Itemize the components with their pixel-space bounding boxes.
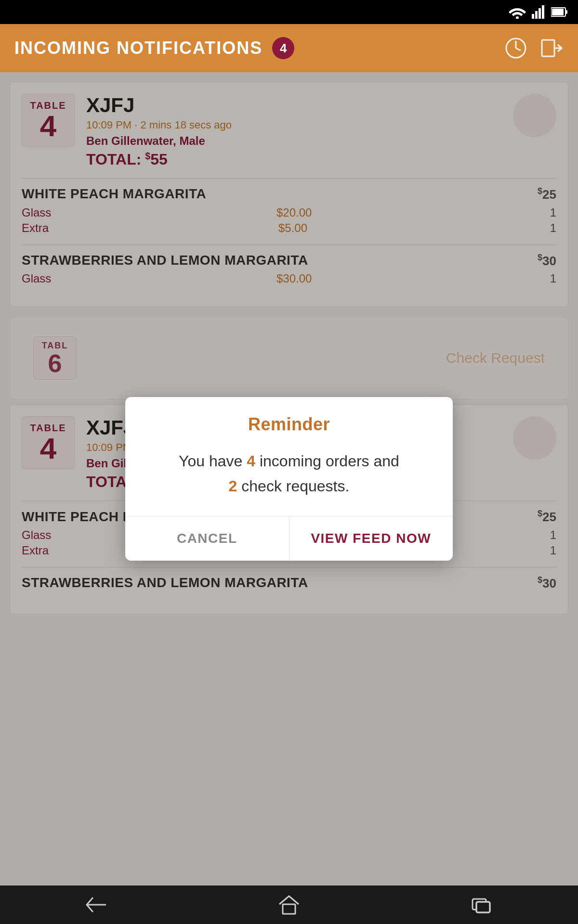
status-bar xyxy=(0,0,578,24)
battery-icon xyxy=(551,7,568,17)
main-content: TABLE 4 XJFJ 10:09 PM · 2 mins 18 secs a… xyxy=(0,72,578,886)
svg-rect-16 xyxy=(476,902,490,912)
wifi-icon xyxy=(509,5,526,19)
svg-rect-6 xyxy=(552,9,564,15)
notification-badge: 4 xyxy=(272,37,294,59)
recent-apps-button[interactable] xyxy=(462,886,501,924)
svg-rect-11 xyxy=(542,40,554,56)
modal-overlay: Reminder You have 4 incoming orders and … xyxy=(0,72,578,886)
clock-icon[interactable] xyxy=(504,36,528,60)
svg-point-0 xyxy=(516,16,519,19)
header-title: INCOMING NOTIFICATIONS xyxy=(14,38,263,58)
modal-body: You have 4 incoming orders and 2 check r… xyxy=(125,444,453,515)
modal-actions: CANCEL VIEW FEED NOW xyxy=(125,516,453,561)
modal-title: Reminder xyxy=(125,397,453,444)
signal-icon xyxy=(532,5,545,19)
svg-line-10 xyxy=(516,48,521,51)
svg-rect-7 xyxy=(565,10,567,14)
back-button[interactable] xyxy=(77,886,116,924)
header-left: INCOMING NOTIFICATIONS 4 xyxy=(14,37,294,59)
svg-rect-1 xyxy=(532,14,534,19)
bottom-nav xyxy=(0,886,578,924)
home-button[interactable] xyxy=(270,886,308,924)
svg-rect-2 xyxy=(535,11,538,19)
view-feed-button[interactable]: VIEW FEED NOW xyxy=(289,516,453,561)
reminder-modal: Reminder You have 4 incoming orders and … xyxy=(125,397,453,560)
svg-rect-4 xyxy=(542,5,544,19)
svg-rect-3 xyxy=(539,8,541,19)
logout-icon[interactable] xyxy=(539,36,564,60)
svg-rect-14 xyxy=(283,904,295,914)
modal-checks-count: 2 xyxy=(229,477,237,495)
modal-orders-count: 4 xyxy=(247,452,255,470)
header-icons xyxy=(504,36,564,60)
modal-message-prefix: You have xyxy=(179,452,247,470)
modal-message-middle: incoming orders and xyxy=(255,452,399,470)
modal-message-suffix: check requests. xyxy=(237,477,349,495)
cancel-button[interactable]: CANCEL xyxy=(125,516,289,561)
header: INCOMING NOTIFICATIONS 4 xyxy=(0,24,578,72)
